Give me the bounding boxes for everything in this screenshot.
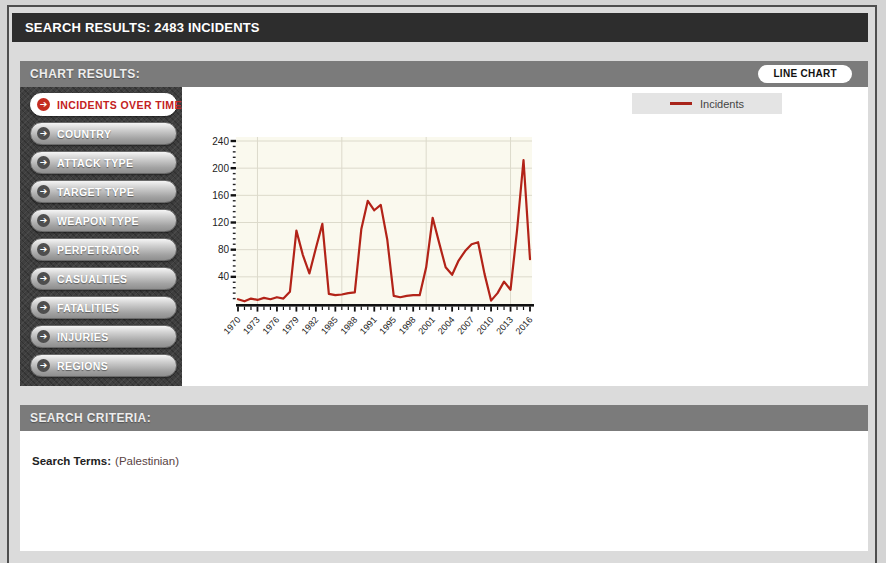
svg-text:2013: 2013: [494, 315, 515, 337]
sidebar-item-label: FATALITIES: [57, 302, 120, 314]
chart-results-title: CHART RESULTS:: [30, 67, 140, 81]
svg-text:2010: 2010: [475, 315, 496, 337]
sidebar-item-attack-type[interactable]: ➔ATTACK TYPE: [30, 151, 177, 174]
sidebar-item-country[interactable]: ➔COUNTRY: [30, 122, 177, 145]
sidebar-item-injuries[interactable]: ➔INJURIES: [30, 325, 177, 348]
chart-body: ➔INCIDENTS OVER TIME➔COUNTRY➔ATTACK TYPE…: [20, 87, 868, 386]
sidebar-item-label: REGIONS: [57, 360, 108, 372]
chart-legend: Incidents: [632, 93, 782, 114]
svg-text:2007: 2007: [455, 315, 476, 337]
page-background: SEARCH RESULTS: 2483 INCIDENTS CHART RES…: [0, 0, 886, 563]
svg-text:1979: 1979: [280, 315, 301, 337]
sidebar-item-label: ATTACK TYPE: [57, 157, 133, 169]
chart-panel: Incidents 408012016020024019701973197619…: [182, 87, 868, 386]
svg-text:2016: 2016: [514, 315, 535, 337]
svg-text:1988: 1988: [338, 315, 359, 337]
svg-text:80: 80: [218, 244, 230, 255]
svg-text:1998: 1998: [397, 315, 418, 337]
search-terms-label: Search Terms:: [32, 455, 111, 467]
svg-text:1973: 1973: [241, 315, 262, 337]
sidebar-item-target-type[interactable]: ➔TARGET TYPE: [30, 180, 177, 203]
svg-text:1985: 1985: [319, 315, 340, 337]
svg-text:120: 120: [212, 217, 229, 228]
svg-text:1970: 1970: [222, 315, 243, 337]
arrow-circle-icon: ➔: [37, 359, 50, 372]
chart-results-section: CHART RESULTS: LINE CHART ➔INCIDENTS OVE…: [20, 61, 868, 386]
search-criteria-panel: Search Terms:(Palestinian): [20, 431, 868, 551]
arrow-circle-icon: ➔: [37, 243, 50, 256]
results-header-bar: SEARCH RESULTS: 2483 INCIDENTS: [12, 13, 868, 42]
arrow-circle-icon: ➔: [37, 185, 50, 198]
sidebar-item-perpetrator[interactable]: ➔PERPETRATOR: [30, 238, 177, 261]
arrow-circle-icon: ➔: [37, 98, 50, 111]
arrow-circle-icon: ➔: [37, 156, 50, 169]
arrow-circle-icon: ➔: [37, 301, 50, 314]
line-chart-button[interactable]: LINE CHART: [758, 65, 852, 83]
svg-text:1976: 1976: [261, 315, 282, 337]
sidebar-item-label: TARGET TYPE: [57, 186, 134, 198]
sidebar-item-fatalities[interactable]: ➔FATALITIES: [30, 296, 177, 319]
page-frame: SEARCH RESULTS: 2483 INCIDENTS CHART RES…: [7, 5, 877, 563]
search-criteria-bar: SEARCH CRITERIA:: [20, 405, 868, 431]
sidebar-item-incidents-over-time[interactable]: ➔INCIDENTS OVER TIME: [30, 93, 177, 116]
sidebar-item-label: CASUALTIES: [57, 273, 127, 285]
svg-text:2001: 2001: [416, 315, 437, 337]
search-criteria-section: SEARCH CRITERIA: Search Terms:(Palestini…: [20, 405, 868, 551]
svg-text:1991: 1991: [358, 315, 379, 337]
sidebar-item-label: INJURIES: [57, 331, 109, 343]
svg-text:2004: 2004: [436, 315, 457, 337]
svg-text:240: 240: [212, 136, 229, 147]
svg-text:160: 160: [212, 190, 229, 201]
sidebar-item-label: WEAPON TYPE: [57, 215, 139, 227]
search-criteria-title: SEARCH CRITERIA:: [30, 411, 151, 425]
arrow-circle-icon: ➔: [37, 214, 50, 227]
arrow-circle-icon: ➔: [37, 272, 50, 285]
sidebar-item-label: COUNTRY: [57, 128, 111, 140]
sidebar-item-casualties[interactable]: ➔CASUALTIES: [30, 267, 177, 290]
legend-label: Incidents: [700, 98, 744, 110]
svg-text:1982: 1982: [300, 315, 321, 337]
results-header-text: SEARCH RESULTS: 2483 INCIDENTS: [25, 20, 260, 35]
search-terms-value: (Palestinian): [115, 455, 179, 467]
arrow-circle-icon: ➔: [37, 127, 50, 140]
svg-text:200: 200: [212, 163, 229, 174]
sidebar-item-weapon-type[interactable]: ➔WEAPON TYPE: [30, 209, 177, 232]
svg-text:1995: 1995: [377, 315, 398, 337]
incidents-over-time-line-chart: 4080120160200240197019731976197919821985…: [202, 129, 548, 365]
arrow-circle-icon: ➔: [37, 330, 50, 343]
legend-line-swatch: [670, 102, 692, 105]
svg-text:40: 40: [218, 271, 230, 282]
sidebar-item-regions[interactable]: ➔REGIONS: [30, 354, 177, 377]
sidebar-item-label: INCIDENTS OVER TIME: [57, 99, 182, 111]
chart-results-bar: CHART RESULTS: LINE CHART: [20, 61, 868, 87]
sidebar-item-label: PERPETRATOR: [57, 244, 140, 256]
chart-category-sidebar: ➔INCIDENTS OVER TIME➔COUNTRY➔ATTACK TYPE…: [20, 87, 182, 386]
